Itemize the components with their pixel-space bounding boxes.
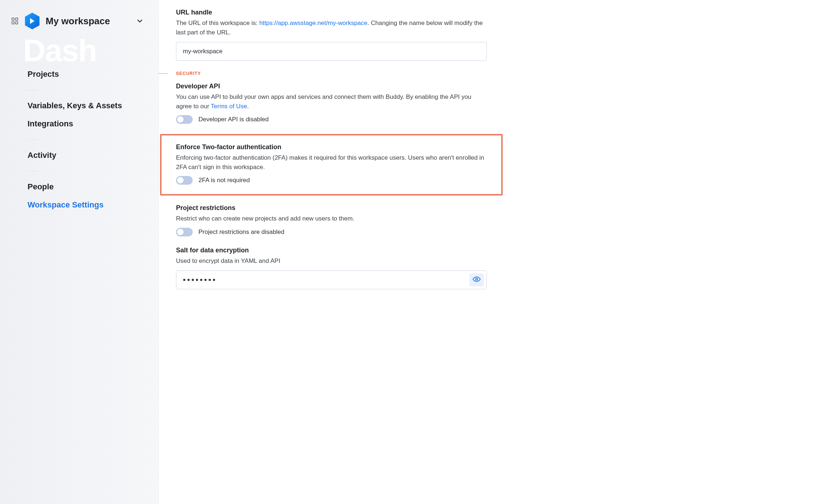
url-handle-title: URL handle [176, 9, 487, 16]
nav-item-projects[interactable]: Projects [28, 65, 144, 83]
nav-item-workspace-settings[interactable]: Workspace Settings [28, 196, 144, 214]
project-restrictions-desc: Restrict who can create new projects and… [176, 214, 487, 223]
nav-item-activity[interactable]: Activity [28, 146, 144, 164]
security-section-divider: SECURITY [158, 71, 487, 76]
url-handle-block: URL handle The URL of this workspace is:… [176, 9, 487, 61]
salt-title: Salt for data encryption [176, 247, 487, 254]
sidebar-nav: Projects Variables, Keys & Assets Integr… [28, 65, 144, 214]
sidebar: My workspace Dash Projects Variables, Ke… [0, 0, 159, 504]
divider-line [158, 73, 168, 74]
nav-item-people[interactable]: People [28, 178, 144, 196]
main-content: URL handle The URL of this workspace is:… [159, 0, 504, 504]
url-handle-desc: The URL of this workspace is: https://ap… [176, 18, 487, 37]
project-restrictions-toggle[interactable] [176, 228, 193, 236]
watermark-text: Dash [23, 33, 96, 68]
chevron-down-icon[interactable] [136, 17, 144, 25]
developer-api-title: Developer API [176, 83, 487, 90]
twofa-toggle-label: 2FA is not required [198, 177, 250, 184]
url-handle-desc-prefix: The URL of this workspace is: [176, 20, 259, 26]
svg-rect-2 [12, 22, 14, 24]
project-restrictions-block: Project restrictions Restrict who can cr… [176, 204, 487, 236]
twofa-title: Enforce Two-factor authentication [176, 143, 487, 151]
project-restrictions-title: Project restrictions [176, 204, 487, 212]
project-restrictions-toggle-label: Project restrictions are disabled [198, 228, 284, 236]
developer-api-toggle-label: Developer API is disabled [198, 116, 269, 123]
nav-divider [28, 90, 38, 90]
svg-rect-0 [12, 18, 14, 20]
salt-desc: Used to encrypt data in YAML and API [176, 256, 487, 266]
nav-item-variables[interactable]: Variables, Keys & Assets [28, 97, 144, 115]
reveal-salt-button[interactable] [469, 273, 484, 286]
twofa-desc: Enforcing two-factor authentication (2FA… [176, 153, 487, 172]
twofa-highlight-box: Enforce Two-factor authentication Enforc… [160, 134, 503, 196]
salt-block: Salt for data encryption Used to encrypt… [176, 247, 487, 290]
nav-divider [28, 139, 38, 140]
svg-point-5 [476, 278, 478, 280]
security-section-label: SECURITY [176, 71, 201, 76]
terms-of-use-link[interactable]: Terms of Use [211, 103, 247, 110]
nav-divider [28, 171, 38, 171]
developer-api-desc-suffix: . [247, 103, 249, 110]
twofa-toggle[interactable] [176, 176, 193, 185]
url-handle-input[interactable] [176, 42, 487, 61]
workspace-title[interactable]: My workspace [46, 16, 130, 27]
workspace-logo-icon [25, 12, 40, 30]
svg-rect-1 [16, 18, 18, 20]
url-handle-link[interactable]: https://app.awsstage.net/my-workspace [259, 20, 368, 26]
developer-api-desc: You can use API to build your own apps a… [176, 92, 487, 111]
nav-item-integrations[interactable]: Integrations [28, 115, 144, 133]
eye-icon [473, 275, 481, 285]
developer-api-toggle[interactable] [176, 115, 193, 124]
apps-grid-icon[interactable] [11, 17, 19, 25]
developer-api-block: Developer API You can use API to build y… [176, 83, 487, 124]
svg-rect-3 [16, 22, 18, 24]
salt-input[interactable] [176, 270, 487, 289]
